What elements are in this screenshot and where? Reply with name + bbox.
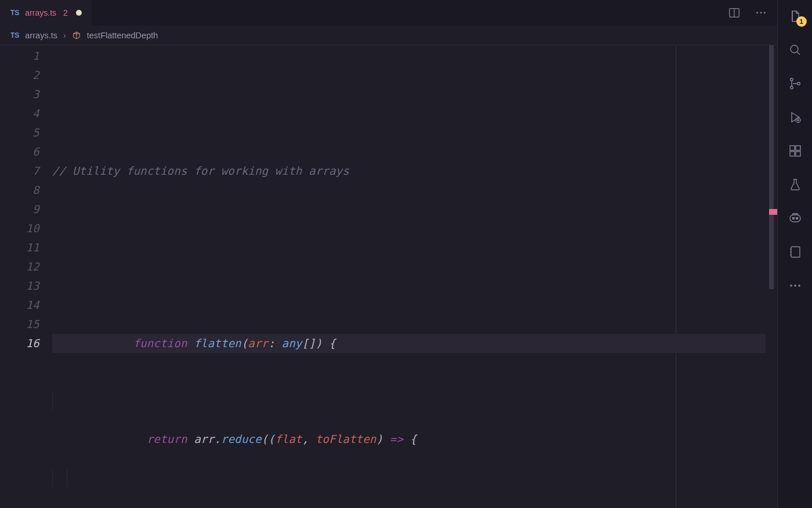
svg-point-29 (794, 284, 796, 287)
testing-beaker-icon[interactable] (787, 176, 803, 193)
typescript-badge-icon: TS (10, 9, 19, 17)
svg-point-28 (790, 284, 792, 287)
symbol-method-icon (72, 31, 81, 40)
breadcrumb[interactable]: TS arrays.ts › testFlattenedDepth (0, 26, 777, 45)
svg-rect-19 (790, 152, 795, 156)
svg-point-2 (756, 12, 758, 14)
line-gutter: 12345678 910111213141516 (0, 46, 52, 508)
dirty-indicator-icon (76, 10, 82, 16)
svg-point-11 (791, 45, 798, 53)
svg-rect-17 (790, 146, 795, 150)
explorer-icon[interactable]: 1 (787, 8, 803, 24)
svg-point-3 (760, 12, 762, 14)
more-actions-icon[interactable] (753, 5, 769, 21)
extensions-icon[interactable] (787, 143, 803, 159)
svg-line-12 (797, 52, 800, 55)
copilot-chat-icon[interactable] (787, 210, 803, 226)
svg-point-23 (796, 217, 798, 219)
column-ruler (676, 46, 676, 508)
tab-bar: TS arrays.ts 2 (0, 0, 777, 26)
svg-point-4 (764, 12, 766, 14)
svg-point-14 (790, 87, 793, 89)
tab-arrays[interactable]: TS arrays.ts 2 (0, 0, 93, 26)
editor[interactable]: 12345678 910111213141516 // Utility func… (0, 45, 777, 508)
svg-point-15 (797, 82, 800, 85)
svg-point-30 (798, 284, 800, 287)
chevron-right-icon: › (63, 31, 66, 40)
search-icon[interactable] (787, 42, 803, 58)
code-area[interactable]: // Utility functions for working with ar… (52, 46, 777, 508)
svg-rect-21 (790, 215, 800, 222)
minimap[interactable] (766, 45, 777, 508)
run-debug-icon[interactable] (787, 109, 803, 125)
split-editor-icon[interactable] (726, 5, 742, 21)
breadcrumb-symbol[interactable]: testFlattenedDepth (87, 31, 158, 40)
more-views-icon[interactable] (787, 278, 803, 294)
typescript-badge-icon: TS (10, 31, 19, 39)
tab-error-count: 2 (63, 8, 68, 17)
svg-rect-24 (791, 247, 800, 257)
svg-point-13 (790, 78, 793, 81)
svg-point-22 (792, 217, 794, 219)
explorer-badge: 1 (796, 16, 807, 27)
activity-bar: 1 (777, 0, 812, 508)
svg-rect-18 (796, 146, 800, 150)
breadcrumb-file[interactable]: arrays.ts (25, 31, 57, 40)
source-control-icon[interactable] (787, 75, 803, 92)
tab-filename: arrays.ts (25, 8, 56, 17)
notebook-icon[interactable] (787, 244, 803, 260)
svg-rect-20 (796, 152, 800, 156)
